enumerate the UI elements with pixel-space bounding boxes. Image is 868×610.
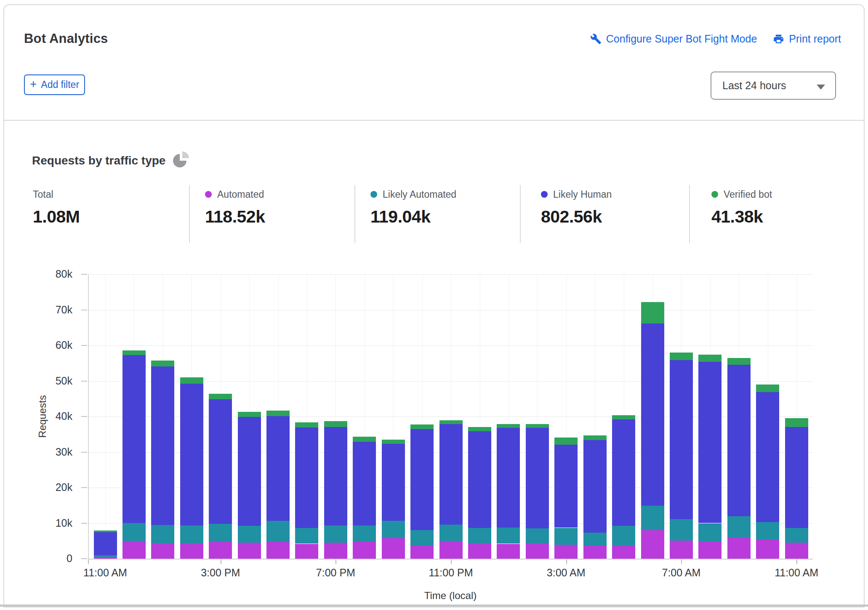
bar-segment-automated[interactable] xyxy=(94,557,117,559)
bar-segment-likely-human[interactable] xyxy=(583,440,607,533)
bar-segment-likely-automated[interactable] xyxy=(209,524,232,542)
bar-segment-verified-bot[interactable] xyxy=(382,440,405,444)
bar-segment-likely-automated[interactable] xyxy=(756,522,779,540)
add-filter-button[interactable]: + Add filter xyxy=(24,74,85,95)
bar-segment-automated[interactable] xyxy=(324,543,347,559)
bar-segment-likely-human[interactable] xyxy=(180,384,203,525)
bar-segment-likely-automated[interactable] xyxy=(785,528,808,543)
bar-segment-verified-bot[interactable] xyxy=(554,438,578,445)
bar-segment-likely-automated[interactable] xyxy=(122,523,146,541)
bar-segment-likely-automated[interactable] xyxy=(554,528,578,545)
bar-segment-verified-bot[interactable] xyxy=(266,411,290,416)
bar-segment-verified-bot[interactable] xyxy=(410,424,434,429)
configure-super-bot-fight-mode-link[interactable]: Configure Super Bot Fight Mode xyxy=(590,33,757,45)
bar-segment-likely-human[interactable] xyxy=(151,366,174,525)
bar-segment-verified-bot[interactable] xyxy=(583,435,607,440)
bar-segment-automated[interactable] xyxy=(122,541,146,559)
bar-segment-automated[interactable] xyxy=(151,543,174,559)
bar-segment-likely-automated[interactable] xyxy=(238,526,261,543)
bar-segment-automated[interactable] xyxy=(497,544,520,559)
bar-segment-likely-automated[interactable] xyxy=(410,530,434,545)
bar-segment-automated[interactable] xyxy=(238,543,261,559)
bar-segment-automated[interactable] xyxy=(554,545,578,559)
bar-segment-verified-bot[interactable] xyxy=(526,424,549,428)
bar-segment-likely-human[interactable] xyxy=(497,428,520,528)
bar-segment-verified-bot[interactable] xyxy=(612,415,635,419)
bar-segment-likely-automated[interactable] xyxy=(670,519,693,541)
bar-segment-likely-human[interactable] xyxy=(353,442,376,525)
bar-segment-likely-human[interactable] xyxy=(209,399,232,524)
bar-segment-automated[interactable] xyxy=(641,530,664,559)
bar-segment-likely-human[interactable] xyxy=(238,417,261,526)
bar-segment-automated[interactable] xyxy=(526,543,549,559)
bar-segment-likely-human[interactable] xyxy=(698,362,722,523)
bar-segment-likely-human[interactable] xyxy=(324,427,347,525)
bar-segment-likely-automated[interactable] xyxy=(151,525,174,543)
bar-segment-likely-automated[interactable] xyxy=(439,525,463,541)
bar-segment-likely-automated[interactable] xyxy=(94,555,117,557)
bar-segment-likely-automated[interactable] xyxy=(324,525,347,543)
bar-segment-likely-automated[interactable] xyxy=(353,525,376,542)
bar-segment-automated[interactable] xyxy=(382,538,405,559)
bar-segment-automated[interactable] xyxy=(727,537,751,559)
bar-segment-automated[interactable] xyxy=(583,546,607,559)
bar-segment-likely-automated[interactable] xyxy=(382,521,405,538)
bar-segment-automated[interactable] xyxy=(410,546,434,559)
bar-segment-automated[interactable] xyxy=(612,545,635,559)
bar-segment-likely-human[interactable] xyxy=(756,392,779,522)
bar-segment-likely-human[interactable] xyxy=(468,431,491,528)
bar-segment-likely-automated[interactable] xyxy=(497,528,520,544)
bar-segment-automated[interactable] xyxy=(295,544,318,559)
bar-segment-automated[interactable] xyxy=(439,541,463,559)
bar-segment-verified-bot[interactable] xyxy=(209,394,232,400)
bar-segment-likely-automated[interactable] xyxy=(526,528,549,543)
bar-segment-verified-bot[interactable] xyxy=(670,353,693,360)
bar-segment-likely-human[interactable] xyxy=(612,419,635,526)
bar-segment-verified-bot[interactable] xyxy=(238,412,261,417)
bar-segment-automated[interactable] xyxy=(209,542,232,559)
bar-segment-likely-human[interactable] xyxy=(554,445,578,528)
bar-segment-verified-bot[interactable] xyxy=(727,358,751,365)
bar-segment-automated[interactable] xyxy=(180,543,203,559)
bar-segment-likely-automated[interactable] xyxy=(583,533,607,545)
bar-segment-likely-automated[interactable] xyxy=(468,528,491,543)
bar-segment-likely-automated[interactable] xyxy=(295,528,318,544)
bar-segment-likely-human[interactable] xyxy=(266,416,290,521)
bar-segment-automated[interactable] xyxy=(698,541,722,559)
bar-segment-likely-human[interactable] xyxy=(439,424,463,525)
bar-segment-automated[interactable] xyxy=(756,540,779,559)
bar-segment-verified-bot[interactable] xyxy=(94,530,117,532)
bar-segment-automated[interactable] xyxy=(468,543,491,559)
bar-segment-likely-human[interactable] xyxy=(785,427,808,528)
bar-segment-likely-automated[interactable] xyxy=(698,523,722,542)
bar-segment-likely-automated[interactable] xyxy=(612,526,635,545)
bar-segment-automated[interactable] xyxy=(266,542,290,559)
time-range-dropdown[interactable]: Last 24 hours xyxy=(711,72,836,100)
bar-segment-verified-bot[interactable] xyxy=(641,302,664,324)
bar-segment-verified-bot[interactable] xyxy=(324,421,347,427)
bar-segment-likely-automated[interactable] xyxy=(727,516,751,538)
bar-segment-automated[interactable] xyxy=(353,541,376,559)
bar-segment-verified-bot[interactable] xyxy=(785,418,808,427)
bar-segment-likely-human[interactable] xyxy=(122,355,146,523)
bar-segment-verified-bot[interactable] xyxy=(151,361,174,366)
bar-segment-likely-automated[interactable] xyxy=(180,525,203,543)
print-report-link[interactable]: Print report xyxy=(773,33,841,45)
bar-segment-likely-human[interactable] xyxy=(410,429,434,530)
bar-segment-verified-bot[interactable] xyxy=(122,350,146,355)
bar-segment-verified-bot[interactable] xyxy=(439,420,463,424)
bar-segment-automated[interactable] xyxy=(785,543,808,559)
bar-segment-likely-human[interactable] xyxy=(641,324,664,506)
bar-segment-likely-human[interactable] xyxy=(382,444,405,521)
bar-segment-verified-bot[interactable] xyxy=(180,377,203,384)
bar-segment-verified-bot[interactable] xyxy=(353,437,376,442)
bar-segment-verified-bot[interactable] xyxy=(468,427,491,431)
bar-segment-likely-human[interactable] xyxy=(727,365,751,516)
bar-segment-likely-human[interactable] xyxy=(670,360,693,520)
bar-segment-verified-bot[interactable] xyxy=(497,424,520,428)
bar-segment-likely-human[interactable] xyxy=(94,532,117,555)
bar-segment-verified-bot[interactable] xyxy=(295,422,318,428)
bar-segment-verified-bot[interactable] xyxy=(756,385,779,392)
bar-segment-likely-automated[interactable] xyxy=(266,521,290,542)
bar-segment-likely-human[interactable] xyxy=(295,427,318,528)
